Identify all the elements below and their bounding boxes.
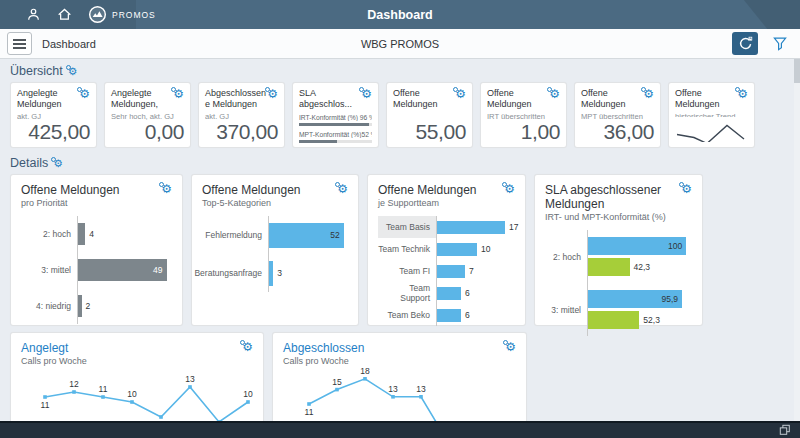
category-label: 3: mittel xyxy=(545,283,587,336)
gear-icon[interactable] xyxy=(173,88,184,111)
kpi-tile-open-irt[interactable]: Offene Meldungen IRT überschritten 1,00 xyxy=(480,82,567,148)
chart-subtitle: pro Priorität xyxy=(21,198,120,208)
bar xyxy=(437,265,465,278)
metric-irt: IRT-Konformität (%) 96 % xyxy=(299,114,372,129)
bar xyxy=(437,309,461,322)
gear-icon[interactable] xyxy=(79,88,90,111)
category-label: Fehlermeldung xyxy=(202,216,268,254)
category-label: 2: hoch xyxy=(545,230,587,283)
chart-card-categories[interactable]: Offene MeldungenTop-5-Kategorien Fehlerm… xyxy=(191,174,359,326)
chart-subtitle: Top-5-Kategorien xyxy=(202,198,301,208)
promos-logo: PROMOS xyxy=(88,5,156,24)
gear-icon[interactable] xyxy=(68,66,77,77)
tile-title: Abgeschlossene Meldungen xyxy=(205,88,267,111)
kpi-value: 1,00 xyxy=(487,121,560,142)
bar-row: Team Support6 xyxy=(378,282,515,304)
gear-icon[interactable] xyxy=(361,88,372,111)
kpi-tile-created-veryhigh[interactable]: Angelegte Meldungen, Sehr hoch, akt. GJ … xyxy=(104,82,191,148)
gear-icon[interactable] xyxy=(549,88,560,111)
point-label: 13 xyxy=(416,384,426,394)
data-point xyxy=(101,395,105,399)
point-label: 13 xyxy=(388,384,398,394)
category-label: 4: niedrig xyxy=(21,288,77,324)
bar xyxy=(588,311,639,329)
category-label: Beratungsanfrage xyxy=(202,254,268,292)
scrollbar-track[interactable] xyxy=(794,59,800,421)
dashboard-content: Übersicht Angelegte Meldungen akt. GJ 42… xyxy=(0,59,800,436)
chart-title: Abgeschlossen xyxy=(283,341,364,355)
tile-title: Offene Meldungen xyxy=(487,88,549,111)
kpi-tile-sla-conformity[interactable]: SLA abgeschlos... IRT- und MPT-Konfo... … xyxy=(292,82,379,148)
chart-subtitle: Calls pro Woche xyxy=(283,356,364,366)
person-icon[interactable] xyxy=(26,7,41,22)
hamburger-menu-icon[interactable] xyxy=(7,32,32,55)
point-label: 13 xyxy=(185,374,195,384)
point-label: 10 xyxy=(243,389,253,399)
refresh-icon[interactable] xyxy=(732,32,758,55)
bar: 100 xyxy=(588,237,686,255)
metric-label: IRT-Konformität (%) xyxy=(299,114,358,121)
tile-title: Offene Meldungen xyxy=(393,88,455,111)
scrollbar-thumb[interactable] xyxy=(794,59,800,83)
chart-title: SLA abgeschlossener Meldungen xyxy=(545,183,681,211)
category-label: Team Technik xyxy=(378,238,436,260)
value-label: 52 xyxy=(330,230,339,240)
point-label: 15 xyxy=(332,377,342,387)
gear-icon[interactable] xyxy=(53,158,62,169)
trend-sparkline xyxy=(675,121,747,142)
kpi-value: 36,00 xyxy=(581,121,654,142)
kpi-tile-open-mpt[interactable]: Offene Meldungen MPT überschritten 36,00 xyxy=(574,82,661,148)
bar xyxy=(78,223,85,245)
bar-row: Fehlermeldung52 xyxy=(202,216,348,254)
point-label: 11 xyxy=(41,400,50,410)
bar: 52 xyxy=(269,223,344,248)
gear-icon[interactable] xyxy=(242,341,253,353)
kpi-tile-created[interactable]: Angelegte Meldungen akt. GJ 425,00 xyxy=(10,82,97,148)
brand-label: PROMOS xyxy=(112,10,156,20)
point-label: 18 xyxy=(360,368,370,376)
value-label: 6 xyxy=(465,310,470,320)
gear-icon[interactable] xyxy=(737,88,748,111)
filter-icon[interactable] xyxy=(773,37,787,51)
chart-card-priority[interactable]: Offene Meldungenpro Priorität 2: hoch43:… xyxy=(10,174,183,326)
point-label: 11 xyxy=(305,407,314,417)
gear-icon[interactable] xyxy=(161,183,172,195)
tile-title: SLA abgeschlos... xyxy=(299,88,361,111)
gear-icon[interactable] xyxy=(267,88,278,111)
gear-icon[interactable] xyxy=(643,88,654,111)
bar-row: Beratungsanfrage3 xyxy=(202,254,348,292)
data-point xyxy=(188,385,192,389)
data-point xyxy=(419,395,423,399)
data-point xyxy=(391,395,395,399)
gear-icon[interactable] xyxy=(455,88,466,111)
gear-icon[interactable] xyxy=(504,183,515,195)
data-point xyxy=(363,377,367,381)
chart-subtitle: Calls pro Woche xyxy=(21,356,87,366)
metric-label: MPT-Konformität (%) xyxy=(299,131,361,138)
bar xyxy=(437,243,477,256)
bar-row: Team Beko6 xyxy=(378,304,515,326)
chart-title: Offene Meldungen xyxy=(202,183,301,197)
gear-icon[interactable] xyxy=(337,183,348,195)
chart-card-sla-conformity[interactable]: SLA abgeschlossener MeldungenIRT- und MP… xyxy=(534,174,703,326)
bar-group: 2: hoch10042,3 xyxy=(545,230,692,283)
gear-icon[interactable] xyxy=(505,341,516,353)
bar xyxy=(78,295,82,317)
chart-subtitle: IRT- und MPT-Konformität (%) xyxy=(545,212,681,222)
bar-chart-supportteam: Team Basis17Team Technik10Team FI7Team S… xyxy=(378,216,515,326)
copy-icon[interactable] xyxy=(779,424,791,438)
bar xyxy=(588,258,630,276)
grouped-bar-chart-sla: 2: hoch10042,33: mittel95,952,3 xyxy=(545,230,692,336)
bar: 95,9 xyxy=(588,290,682,308)
bar xyxy=(437,221,505,234)
gear-icon[interactable] xyxy=(681,183,692,195)
kpi-tile-open[interactable]: Offene Meldungen 55,00 xyxy=(386,82,473,148)
home-icon[interactable] xyxy=(57,7,72,22)
value-label: 17 xyxy=(509,222,518,232)
kpi-tile-open-trend[interactable]: Offene Meldungen historischer Trend xyxy=(668,82,755,148)
chart-card-supportteam[interactable]: Offene Meldungenje Supportteam Team Basi… xyxy=(367,174,526,326)
value-label: 52,3 xyxy=(643,315,660,325)
kpi-tile-closed[interactable]: Abgeschlossene Meldungen akt. GJ 370,00 xyxy=(198,82,285,148)
value-label: 42,3 xyxy=(634,262,651,272)
chart-title: Offene Meldungen xyxy=(21,183,120,197)
